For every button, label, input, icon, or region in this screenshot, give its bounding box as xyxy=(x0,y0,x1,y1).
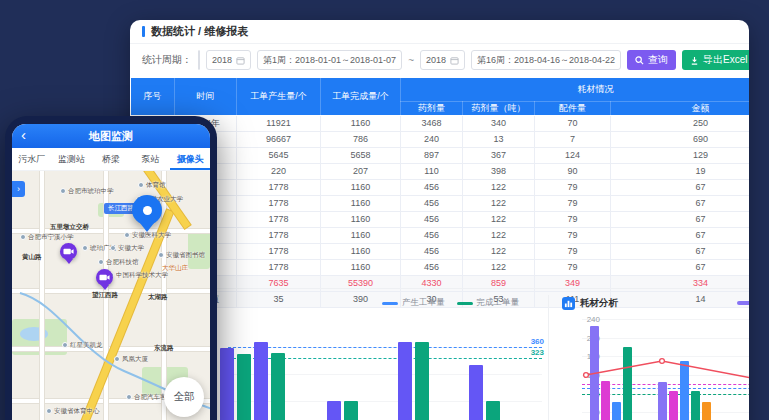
filter-bar: 统计周期： 年季月周日 2018 第1周：2018-01-01～2018-01-… xyxy=(130,46,749,74)
table-cell: 11921 xyxy=(237,115,321,131)
map-label: 黄山路 xyxy=(22,253,42,262)
bar-chart-icon xyxy=(562,297,575,310)
map-label: 合肥科技馆 xyxy=(98,258,139,267)
table-row: 356455658897367124129 xyxy=(131,147,750,163)
query-button[interactable]: 查询 xyxy=(627,50,676,70)
legend-swatch-completed xyxy=(457,302,473,305)
legend-item-completed: 完成工单量 xyxy=(457,297,520,309)
table-row: 5177811604561227967 xyxy=(131,179,750,195)
map-expand-button[interactable]: › xyxy=(12,181,25,197)
table-cell: 398 xyxy=(463,163,535,179)
app-tab-bar: 污水厂监测站桥梁泵站摄像头 xyxy=(12,148,210,171)
calendar-icon xyxy=(450,56,459,65)
map-label: 五里墩立交桥 xyxy=(50,223,89,232)
table-cell: 456 xyxy=(401,227,463,243)
selected-location-pin[interactable] xyxy=(132,195,162,225)
period-option-年[interactable]: 年 xyxy=(199,51,200,69)
breadcrumb: 数据统计 / 维修报表 xyxy=(151,24,248,39)
period-label: 统计周期： xyxy=(142,53,192,67)
tab-监测站[interactable]: 监测站 xyxy=(52,148,92,170)
back-icon[interactable]: ‹ xyxy=(21,126,26,143)
table-cell: 897 xyxy=(401,147,463,163)
table-cell: 13 xyxy=(463,131,535,147)
table-row: 7177811604561227967 xyxy=(131,211,750,227)
breadcrumb-accent xyxy=(142,26,145,37)
map-view[interactable]: 合肥市琥珀中学体育馆安徽农业大学五里墩立交桥合肥市宁溪小学琥珀广场安徽大学安徽医… xyxy=(12,171,210,420)
start-week-value: 第1周：2018-01-01～2018-01-07 xyxy=(263,54,396,67)
app-header: ‹ 地图监测 xyxy=(12,124,210,148)
consumable-legend-swatch xyxy=(737,301,749,305)
table-cell: 122 xyxy=(463,243,535,259)
table-cell: 456 xyxy=(401,211,463,227)
table-row: 12014年119211160346834070250 xyxy=(131,115,750,131)
col-header-time: 时间 xyxy=(175,78,237,115)
report-table-container: 序号 时间 工单产生量/个 工单完成量/个 耗材情况 药剂量 药剂量（吨） 配件… xyxy=(130,78,749,308)
camera-icon xyxy=(99,273,110,282)
camera-marker[interactable] xyxy=(60,243,77,260)
workorder-chart-legend: 产生工单量 完成工单量 xyxy=(382,297,519,309)
pin-dot xyxy=(143,206,152,215)
table-cell: 67 xyxy=(611,179,750,195)
table-cell: 67 xyxy=(611,227,750,243)
table-cell: 79 xyxy=(535,259,611,275)
end-week-input[interactable]: 第16周：2018-04-16～2018-04-22 xyxy=(471,50,621,70)
map-label: 安徽大学 xyxy=(110,244,144,253)
trend-line xyxy=(582,319,749,420)
start-week-input[interactable]: 第1周：2018-01-01～2018-01-07 xyxy=(257,50,402,70)
table-row: 296667786240137690 xyxy=(131,131,750,147)
table-cell: 1778 xyxy=(237,179,321,195)
table-cell: 1160 xyxy=(321,211,401,227)
start-year-select[interactable]: 2018 xyxy=(206,50,251,70)
tab-摄像头[interactable]: 摄像头 xyxy=(170,148,210,170)
table-cell: 1778 xyxy=(237,211,321,227)
map-label: 安徽省体育中心 xyxy=(46,407,100,416)
phone-screen: ‹ 地图监测 污水厂监测站桥梁泵站摄像头 合肥市琥珀中学体育馆安徽农业大学 xyxy=(12,124,210,420)
bar-产生工单量 xyxy=(398,342,412,420)
start-year-value: 2018 xyxy=(212,55,232,65)
calendar-icon xyxy=(236,56,245,65)
table-cell: 456 xyxy=(401,195,463,211)
table-row: 42202071103989019 xyxy=(131,163,750,179)
bar-产生工单量 xyxy=(327,401,341,420)
table-cell: 67 xyxy=(611,195,750,211)
bar-产生工单量 xyxy=(469,365,483,420)
table-cell: 250 xyxy=(611,115,750,131)
workorder-chart-plot: 360323 xyxy=(228,321,542,420)
bar-完成工单量 xyxy=(486,401,500,420)
breadcrumb-row: 数据统计 / 维修报表 xyxy=(130,20,749,44)
table-cell: 207 xyxy=(321,163,401,179)
camera-marker[interactable] xyxy=(96,269,113,286)
app-title: 地图监测 xyxy=(89,129,133,144)
table-cell: 1160 xyxy=(321,195,401,211)
legend-label-created: 产生工单量 xyxy=(402,297,445,309)
table-cell: 1160 xyxy=(321,259,401,275)
map-label: 凤凰大厦 xyxy=(114,355,148,364)
table-cell: 1778 xyxy=(237,243,321,259)
table-cell: 122 xyxy=(463,211,535,227)
camera-icon xyxy=(63,247,74,256)
tab-污水厂[interactable]: 污水厂 xyxy=(12,148,52,170)
table-cell: 1778 xyxy=(237,195,321,211)
table-cell: 79 xyxy=(535,179,611,195)
export-excel-button[interactable]: 导出Excel xyxy=(682,50,749,70)
table-cell: 456 xyxy=(401,179,463,195)
table-cell: 1160 xyxy=(321,179,401,195)
table-cell: 1778 xyxy=(237,259,321,275)
tab-桥梁[interactable]: 桥梁 xyxy=(91,148,131,170)
map-label: 大华山庄 xyxy=(162,264,188,273)
tab-泵站[interactable]: 泵站 xyxy=(131,148,171,170)
dashboard-panel: 数据统计 / 维修报表 统计周期： 年季月周日 2018 第1周：2018-01… xyxy=(130,20,749,420)
bar-group xyxy=(220,348,251,420)
map-label: 太湖路 xyxy=(148,293,168,302)
sub-col-1: 药剂量（吨） xyxy=(463,101,535,115)
bar-group xyxy=(398,342,429,420)
show-all-button[interactable]: 全部 xyxy=(164,377,204,417)
bar-产生工单量 xyxy=(220,348,234,420)
reference-line-value: 360 xyxy=(531,337,544,346)
table-cell: 456 xyxy=(401,243,463,259)
table-cell: 1160 xyxy=(321,115,401,131)
col-header-completed: 工单完成量/个 xyxy=(321,78,401,115)
table-cell: 79 xyxy=(535,227,611,243)
table-cell: 367 xyxy=(463,147,535,163)
end-year-select[interactable]: 2018 xyxy=(420,50,465,70)
